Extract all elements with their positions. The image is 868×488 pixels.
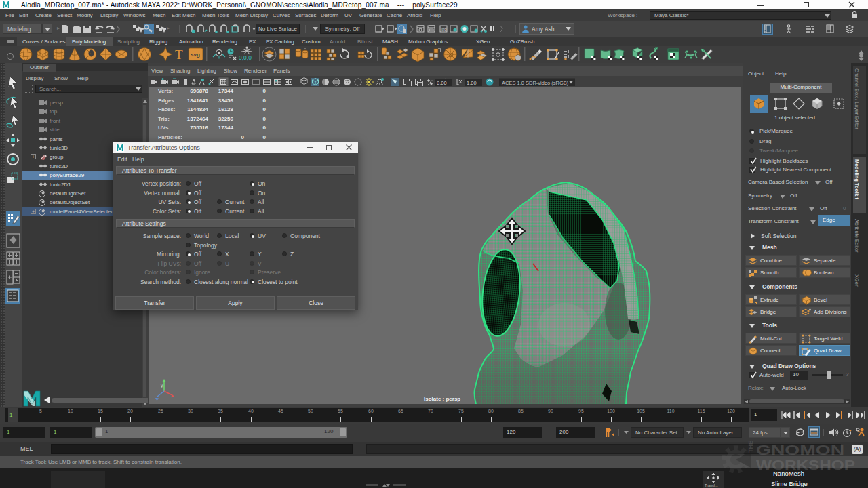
- svg-text:svg: svg: [191, 52, 200, 58]
- svg-text:0,0,0: 0,0,0: [239, 54, 252, 61]
- svg-text:y: y: [161, 383, 163, 388]
- svg-text:1.00: 1.00: [467, 80, 477, 86]
- svg-text:IPR: IPR: [441, 28, 448, 32]
- svg-text:0.00: 0.00: [437, 80, 447, 86]
- svg-text:ACES 1.0 SDR-video (sRGB): ACES 1.0 SDR-video (sRGB): [502, 80, 569, 86]
- svg-text:T: T: [175, 47, 183, 62]
